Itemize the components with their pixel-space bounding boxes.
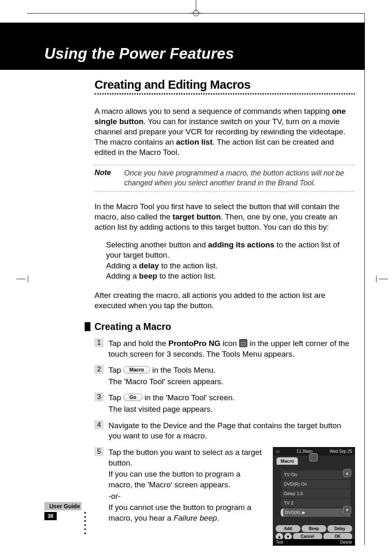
- step-number: 5: [95, 447, 104, 456]
- step-body: Navigate to the Device and the Page that…: [108, 420, 355, 441]
- chapter-title: Using the Power Features: [44, 45, 234, 62]
- list-item: TV 2: [281, 499, 350, 507]
- bold-text: beep: [139, 272, 157, 280]
- text: Tap and hold the: [108, 339, 168, 348]
- scroll-up-icon: ▲: [343, 469, 351, 477]
- step-1: 1 Tap and hold the ProntoPro NG icon in …: [95, 338, 355, 359]
- list-item: DVD(R) On: [281, 480, 350, 489]
- note-text: Once you have programmed a macro, the bu…: [124, 168, 355, 188]
- dotted-rule: [95, 93, 355, 95]
- prontopro-icon: [239, 339, 247, 347]
- text: in the Tools Menu.: [150, 366, 215, 374]
- text: icon: [220, 339, 239, 348]
- note-box: Note Once you have programmed a macro, t…: [95, 165, 355, 191]
- text: Tap: [108, 393, 123, 402]
- add-button: Add: [276, 525, 300, 533]
- device-action-list: TV On DVD(R) On Delay 1.5 TV 2 DVD(R) ▶: [281, 470, 350, 516]
- intro-paragraph: A macro allows you to send a sequence of…: [95, 106, 355, 157]
- step-3: 3 Tap Go in the 'Macro Tool' screen. The…: [95, 392, 355, 414]
- step-sub: The 'Macro Tool' screen appears.: [108, 376, 355, 387]
- scroll-down-icon: ▼: [343, 506, 351, 514]
- bold-text: action list: [176, 138, 213, 146]
- bullet-item: Adding a beep to the action list.: [106, 271, 355, 281]
- paragraph-target-button: In the Macro Tool you first have to sele…: [95, 201, 355, 232]
- main-content: Creating and Editing Macros A macro allo…: [95, 78, 355, 551]
- step-body: Tap Go in the 'Macro Tool' screen. The l…: [108, 392, 355, 414]
- step-4: 4 Navigate to the Device and the Page th…: [95, 420, 355, 441]
- bold-text: ProntoPro NG: [168, 339, 221, 348]
- footer-dots: [84, 512, 86, 534]
- italic-text: Failure beep: [173, 514, 217, 522]
- step-body: Tap the button you want to select as a t…: [108, 447, 355, 546]
- sub-heading-row: Creating a Macro: [95, 321, 355, 332]
- step-number: 3: [95, 392, 104, 401]
- sub-heading: Creating a Macro: [95, 321, 171, 332]
- or-text: -or-: [108, 491, 265, 502]
- text: A macro allows you to send a sequence of…: [95, 107, 332, 115]
- list-item-selected: DVD(R) ▶: [281, 508, 350, 517]
- footer-bar: User Guide 38: [44, 502, 81, 520]
- step5-text: Tap the button you want to select as a t…: [108, 447, 265, 546]
- text: in the 'Macro Tool' screen.: [143, 393, 235, 402]
- bullet-list: Selecting another button and adding its …: [106, 240, 355, 281]
- tool-icon: [309, 453, 318, 461]
- text: Tap: [108, 366, 123, 374]
- text: Adding a: [106, 261, 139, 270]
- list-item: TV On: [281, 470, 350, 479]
- text: .: [217, 514, 219, 522]
- step-5: 5 Tap the button you want to select as a…: [95, 447, 355, 546]
- step-sub: If you can use the button to program a m…: [108, 469, 265, 490]
- paragraph-after-creating: After creating the macro, all actions yo…: [95, 290, 355, 311]
- text: Adding a: [106, 272, 139, 280]
- step-number: 1: [95, 338, 104, 347]
- macro-button-graphic: Macro: [123, 366, 150, 374]
- delete-label: Delete: [340, 540, 352, 545]
- step-sub: If you cannot use the button to program …: [108, 502, 265, 523]
- sub-heading-marker: [85, 322, 90, 331]
- step-body: Tap Macro in the Tools Menu. The 'Macro …: [108, 365, 355, 387]
- battery-icon: ▭: [276, 449, 279, 454]
- device-date: Wed Sep 25: [330, 449, 352, 454]
- chapter-header: Using the Power Features: [0, 23, 365, 70]
- crop-mark-top-icon: [188, 0, 204, 16]
- step-number: 2: [95, 365, 104, 374]
- step-sub: The last visited page appears.: [108, 404, 355, 415]
- page-edge-top: [27, 13, 365, 14]
- test-label: Test: [276, 540, 283, 545]
- device-button-row: Add Beep Delay: [276, 525, 352, 533]
- text: The Tools Menu appears.: [204, 350, 294, 358]
- delay-button: Delay: [327, 525, 352, 533]
- text: Tap the button you want to select as a t…: [108, 447, 265, 468]
- bullet-item: Adding a delay to the action list.: [106, 261, 355, 271]
- page-number: 38: [44, 512, 57, 520]
- step-body: Tap and hold the ProntoPro NG icon in th…: [108, 338, 355, 359]
- text: to the action list.: [157, 272, 216, 280]
- note-label: Note: [95, 168, 111, 188]
- go-button-graphic: Go: [123, 394, 143, 401]
- text: to the action list.: [159, 261, 218, 270]
- device-tab-macro: Macro: [277, 457, 298, 465]
- crop-mark-left-icon: [16, 275, 29, 283]
- beep-button: Beep: [302, 525, 326, 533]
- step-2: 2 Tap Macro in the Tools Menu. The 'Macr…: [95, 365, 355, 387]
- text: Selecting another button and: [106, 240, 208, 249]
- bullet-item: Selecting another button and adding its …: [106, 240, 355, 260]
- page-edge-right: [364, 13, 365, 545]
- bold-text: adding its actions: [208, 240, 274, 249]
- device-footer: Test Delete: [273, 539, 355, 546]
- bold-text: delay: [139, 261, 159, 270]
- section-heading: Creating and Editing Macros: [95, 78, 355, 92]
- device-screenshot: ▭ 11:39am Wed Sep 25 Macro ▲ ▼ TV On DVD…: [273, 447, 355, 546]
- step-number: 4: [95, 420, 104, 429]
- crop-mark-right-icon: [376, 275, 388, 283]
- bold-text: target button: [173, 212, 221, 221]
- user-guide-label: User Guide: [44, 502, 81, 510]
- list-item: Delay 1.5: [281, 489, 350, 498]
